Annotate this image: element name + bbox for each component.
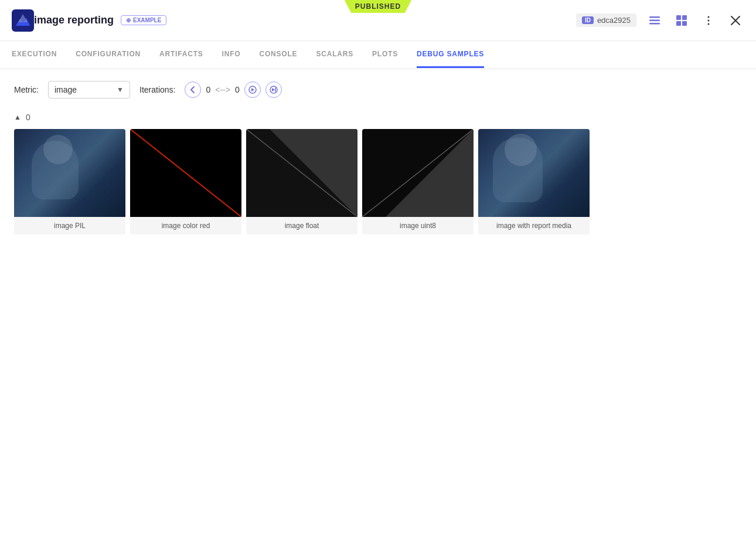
image-caption-float: image float <box>246 217 357 235</box>
id-badge: ID edca2925 <box>576 13 636 27</box>
tab-configuration[interactable]: CONFIGURATION <box>76 42 141 68</box>
close-icon <box>729 14 742 27</box>
image-card-report-media[interactable]: image with report media <box>478 129 590 235</box>
svg-rect-5 <box>676 15 681 20</box>
tab-artifacts[interactable]: ARTIFACTS <box>159 42 203 68</box>
float-svg <box>246 129 357 217</box>
tab-scalars[interactable]: SCALARS <box>316 42 353 68</box>
menu-button[interactable] <box>700 12 717 29</box>
id-label: ID <box>582 16 594 24</box>
id-value: edca2925 <box>597 16 631 25</box>
skip-end-icon <box>270 86 278 94</box>
iter-group-value: 0 <box>26 113 30 122</box>
tab-debug-samples[interactable]: DEBUG SAMPLES <box>417 42 484 68</box>
header-right: ID edca2925 <box>576 12 744 29</box>
metric-select-value: image <box>55 85 112 94</box>
chevron-down-icon: ▼ <box>117 86 124 94</box>
main-content: Metric: image ▼ Iterations: 0 <--> 0 <box>0 69 756 256</box>
chevron-left-icon <box>189 86 197 94</box>
play-icon <box>248 86 257 94</box>
image-card-float[interactable]: image float <box>246 129 357 235</box>
svg-point-10 <box>708 19 710 21</box>
image-card-color-red[interactable]: image color red <box>130 129 241 235</box>
svg-point-11 <box>708 23 710 25</box>
image-thumbnail-pil <box>14 129 125 217</box>
iteration-group: ▲ 0 image PIL i <box>14 113 742 235</box>
tab-execution[interactable]: EXECUTION <box>12 42 57 68</box>
svg-line-20 <box>246 129 357 217</box>
app-title: image reporting <box>34 14 114 26</box>
image-thumbnail-color-red <box>130 129 241 217</box>
iter-prev-button[interactable] <box>185 81 201 98</box>
svg-marker-17 <box>272 88 275 91</box>
svg-rect-8 <box>682 21 687 26</box>
iter-group-header[interactable]: ▲ 0 <box>14 113 742 122</box>
svg-rect-2 <box>649 16 660 18</box>
image-caption-color-red: image color red <box>130 217 241 235</box>
metric-label: Metric: <box>14 85 39 94</box>
image-card-uint8[interactable]: image uint8 <box>362 129 474 235</box>
list-icon <box>648 14 661 27</box>
iterations-label: Iterations: <box>139 85 175 94</box>
image-thumbnail-report-media <box>478 129 590 217</box>
nav-tabs: EXECUTION CONFIGURATION ARTIFACTS INFO C… <box>0 41 756 69</box>
example-badge: EXAMPLE <box>121 15 166 25</box>
menu-icon <box>702 14 715 27</box>
tab-console[interactable]: CONSOLE <box>259 42 297 68</box>
metric-select[interactable]: image ▼ <box>48 81 130 99</box>
iter-separator: <--> <box>215 85 230 94</box>
iter-play-button[interactable] <box>244 81 261 98</box>
svg-rect-3 <box>649 19 660 21</box>
image-thumbnail-uint8 <box>362 129 474 217</box>
image-view-button[interactable] <box>673 12 690 29</box>
iter-skip-button[interactable] <box>265 81 282 98</box>
tab-info[interactable]: INFO <box>222 42 241 68</box>
app-logo <box>12 9 34 32</box>
chevron-up-icon: ▲ <box>14 113 21 121</box>
color-red-svg <box>130 129 241 217</box>
published-banner: PUBLISHED <box>345 0 411 13</box>
iter-from-value: 0 <box>206 85 210 94</box>
svg-point-9 <box>708 16 710 18</box>
controls-row: Metric: image ▼ Iterations: 0 <--> 0 <box>14 81 742 99</box>
svg-marker-15 <box>251 88 254 91</box>
image-caption-report-media: image with report media <box>478 217 590 235</box>
tab-plots[interactable]: PLOTS <box>372 42 398 68</box>
image-caption-pil: image PIL <box>14 217 125 235</box>
svg-rect-4 <box>649 23 660 25</box>
svg-rect-7 <box>676 21 681 26</box>
published-label: PUBLISHED <box>355 2 401 11</box>
iteration-controls: 0 <--> 0 <box>185 81 281 98</box>
image-grid: image PIL image color red <box>14 129 742 235</box>
image-thumbnail-float <box>246 129 357 217</box>
image-card-pil[interactable]: image PIL <box>14 129 125 235</box>
image-caption-uint8: image uint8 <box>362 217 474 235</box>
list-view-button[interactable] <box>646 12 663 29</box>
close-button[interactable] <box>727 12 744 29</box>
image-icon <box>675 14 688 27</box>
svg-line-21 <box>362 129 474 217</box>
iter-to-value: 0 <box>235 85 240 94</box>
svg-rect-6 <box>682 15 687 20</box>
svg-line-19 <box>130 129 241 217</box>
uint8-svg <box>362 129 474 217</box>
